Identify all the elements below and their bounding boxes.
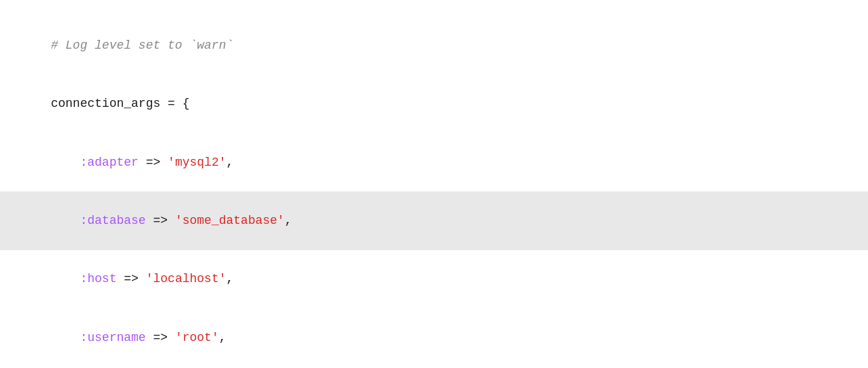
symbol-database: :database	[80, 214, 145, 227]
plain-text: =>	[146, 214, 175, 227]
code-line-2: connection_args = {	[22, 74, 846, 133]
string-username-val: 'root'	[175, 331, 219, 344]
plain-text: ,	[285, 214, 292, 227]
symbol-host: :host	[80, 272, 116, 285]
code-editor: # Log level set to `warn` connection_arg…	[22, 16, 846, 368]
plain-text	[51, 331, 80, 344]
plain-text: ,	[226, 156, 234, 169]
code-line-5: :host => 'localhost',	[22, 250, 846, 308]
string-adapter-val: 'mysql2'	[168, 156, 226, 169]
plain-text: ,	[226, 272, 234, 285]
plain-text: ,	[219, 331, 226, 344]
symbol-adapter: :adapter	[80, 156, 138, 169]
comment-text: # Log level set to `warn`	[51, 39, 233, 52]
string-host-val: 'localhost'	[146, 272, 226, 285]
plain-text	[51, 156, 80, 169]
plain-text	[51, 214, 80, 227]
string-database-val: 'some_database'	[175, 214, 285, 227]
plain-text: =>	[146, 331, 175, 344]
plain-text: connection_args = {	[51, 97, 189, 110]
symbol-username: :username	[80, 331, 145, 344]
plain-text: =>	[116, 272, 145, 285]
plain-text: =>	[139, 156, 168, 169]
code-line-1: # Log level set to `warn`	[22, 16, 846, 74]
code-line-3: :adapter => 'mysql2',	[22, 133, 846, 191]
code-line-4-highlighted: :database => 'some_database',	[0, 191, 868, 250]
plain-text	[51, 272, 80, 285]
code-line-6: :username => 'root',	[22, 308, 846, 367]
